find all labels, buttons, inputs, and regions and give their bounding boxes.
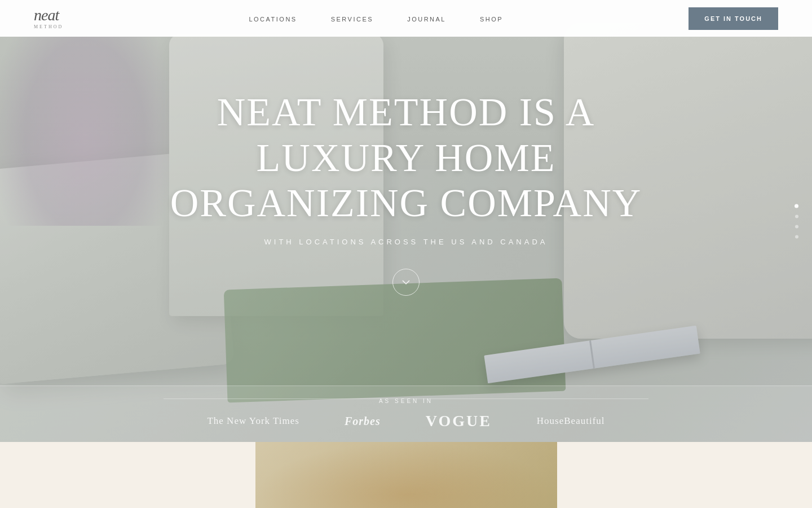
nav-item-locations[interactable]: LOCATIONS [249,14,297,24]
navbar: neat METHOD LOCATIONS SERVICES JOURNAL S… [0,0,812,37]
as-seen-brands: The New York Times Forbes VOGUE HouseBea… [207,412,604,430]
brand-housebeautiful: HouseBeautiful [537,415,605,427]
brand-vogue: VOGUE [426,412,492,430]
hero-content: NEAT METHOD IS A LUXURY HOME ORGANIZING … [0,0,812,442]
logo-sub: METHOD [34,24,63,29]
nav-link-locations[interactable]: LOCATIONS [249,16,297,23]
slide-dot-2[interactable] [795,214,798,218]
logo-script: neat [34,6,59,24]
nav-link-services[interactable]: SERVICES [331,16,373,23]
brand-nyt: The New York Times [207,415,299,427]
as-seen-divider [164,398,648,399]
get-in-touch-button[interactable]: GET IN TOUCH [689,7,778,30]
logo[interactable]: neat METHOD [34,7,63,29]
nav-item-services[interactable]: SERVICES [331,14,373,24]
nav-item-shop[interactable]: SHOP [480,14,503,24]
nav-link-journal[interactable]: JOURNAL [407,16,446,23]
as-seen-in-bar: AS SEEN IN The New York Times Forbes VOG… [0,386,812,442]
slide-dot-3[interactable] [795,225,798,228]
below-fold-image [255,442,557,508]
scroll-down-button[interactable] [392,269,420,296]
hero-title: NEAT METHOD IS A LUXURY HOME ORGANIZING … [138,90,674,226]
hero-title-line1: NEAT METHOD IS A LUXURY HOME [217,90,595,179]
slide-dot-4[interactable] [795,235,798,238]
hero-section: NEAT METHOD IS A LUXURY HOME ORGANIZING … [0,0,812,442]
nav-item-journal[interactable]: JOURNAL [407,14,446,24]
below-fold-section [0,442,812,508]
brand-forbes: Forbes [345,415,381,428]
hero-title-line2: ORGANIZING COMPANY [170,181,642,225]
nav-link-shop[interactable]: SHOP [480,16,503,23]
nav-links: LOCATIONS SERVICES JOURNAL SHOP [249,14,503,24]
hero-subtitle: WITH LOCATIONS ACROSS THE US AND CANADA [264,238,548,246]
chevron-down-icon [401,277,411,287]
slide-dots [795,204,798,238]
slide-dot-1[interactable] [795,204,798,208]
